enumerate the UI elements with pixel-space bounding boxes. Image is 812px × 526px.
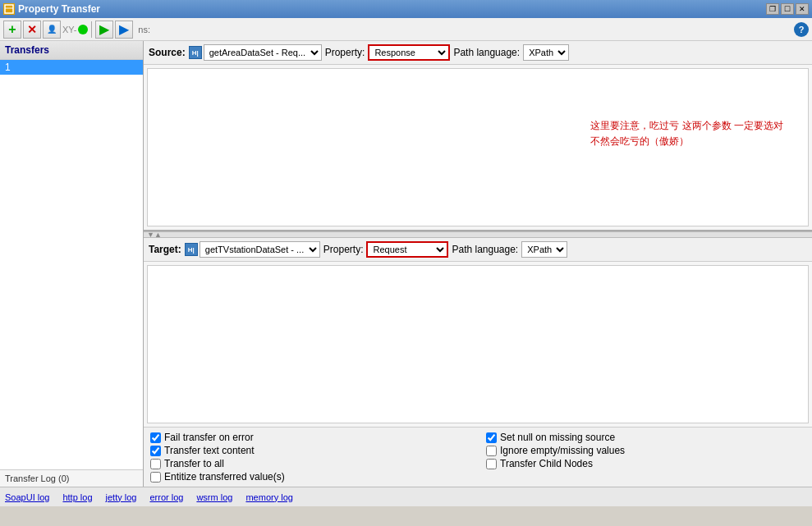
source-datasource-select[interactable]: getAreaDataSet - Req... <box>204 44 322 61</box>
source-label: Source: <box>149 47 186 58</box>
main-layout: Transfers 1 Transfer Log (0) Source: H| … <box>0 41 812 487</box>
status-indicator <box>78 25 88 34</box>
resize-handle[interactable]: ▼▲ <box>144 231 812 238</box>
target-content-area <box>147 265 809 423</box>
path-lang-label-source: Path language: <box>453 47 520 58</box>
entitize-label: Entitize transferred value(s) <box>164 471 285 483</box>
maximize-button[interactable]: ☐ <box>781 3 794 15</box>
bottom-tabs: SoapUI log http log jetty log error log … <box>0 487 812 506</box>
transfer-all-checkbox[interactable] <box>150 459 161 469</box>
source-property-select[interactable]: Response <box>368 44 450 61</box>
checkbox-transfer-text: Transfer text content <box>150 444 470 457</box>
source-bar: Source: H| getAreaDataSet - Req... Prope… <box>144 41 812 65</box>
right-panel: Source: H| getAreaDataSet - Req... Prope… <box>144 41 812 487</box>
tab-error-log[interactable]: error log <box>149 492 183 502</box>
transfers-header: Transfers <box>0 41 143 60</box>
source-ds-wrapper: H| getAreaDataSet - Req... <box>189 44 322 61</box>
toolbar: + ✕ 👤 XY- ▶ ▶ ns: ? <box>0 18 812 41</box>
source-section: Source: H| getAreaDataSet - Req... Prope… <box>144 41 812 231</box>
close-button[interactable]: ✕ <box>796 3 809 15</box>
checkbox-transfer-child: Transfer Child Nodes <box>486 457 805 470</box>
property-label-source: Property: <box>325 47 365 58</box>
source-content-area: 这里要注意，吃过亏 这两个参数 一定要选对 不然会吃亏的（傲娇） <box>147 68 809 226</box>
remove-button[interactable]: ✕ <box>23 21 41 39</box>
tab-soapui-log[interactable]: SoapUI log <box>5 492 49 502</box>
annotation-text: 这里要注意，吃过亏 这两个参数 一定要选对 不然会吃亏的（傲娇） <box>590 118 783 149</box>
ignore-empty-label: Ignore empty/missing values <box>500 445 625 456</box>
title-bar: Property Transfer ❐ ☐ ✕ <box>0 0 812 18</box>
entitize-checkbox[interactable] <box>150 472 161 483</box>
checkbox-ignore-empty: Ignore empty/missing values <box>486 444 805 457</box>
transfer-log: Transfer Log (0) <box>0 469 143 487</box>
source-ds-icon: H| <box>189 46 202 59</box>
svg-rect-0 <box>5 5 13 13</box>
left-panel: Transfers 1 Transfer Log (0) <box>0 41 144 487</box>
restore-button[interactable]: ❐ <box>766 3 779 15</box>
transfer-text-checkbox[interactable] <box>150 446 161 456</box>
target-label: Target: <box>149 244 181 255</box>
target-ds-icon: H| <box>185 243 198 256</box>
set-null-checkbox[interactable] <box>486 432 497 443</box>
tab-wsrm-log[interactable]: wsrm log <box>196 492 232 502</box>
checkbox-set-null: Set null on missing source <box>486 431 805 444</box>
source-path-lang-select[interactable]: XPath <box>523 44 569 61</box>
step-button[interactable]: ▶ <box>115 21 133 39</box>
app-icon <box>3 3 15 15</box>
fail-transfer-checkbox[interactable] <box>150 432 161 443</box>
options-left: Fail transfer on error Transfer text con… <box>150 431 470 483</box>
target-path-lang-select[interactable]: XPath <box>521 241 567 258</box>
path-lang-label-target: Path language: <box>452 244 518 255</box>
transfer-item-1[interactable]: 1 <box>0 60 143 75</box>
options-right: Set null on missing source Ignore empty/… <box>486 431 805 483</box>
help-button[interactable]: ? <box>794 22 809 37</box>
ns-label: ns: <box>138 25 150 34</box>
set-null-label: Set null on missing source <box>500 432 615 443</box>
ignore-empty-checkbox[interactable] <box>486 446 497 456</box>
fail-transfer-label: Fail transfer on error <box>164 432 254 443</box>
tab-jetty-log[interactable]: jetty log <box>106 492 137 502</box>
target-ds-wrapper: H| getTVstationDataSet - ... <box>185 241 320 258</box>
target-section: Target: H| getTVstationDataSet - ... Pro… <box>144 238 812 427</box>
transfer-text-label: Transfer text content <box>164 445 255 456</box>
checkbox-fail-transfer: Fail transfer on error <box>150 431 470 444</box>
window-title: Property Transfer <box>18 3 100 15</box>
checkbox-entitize: Entitize transferred value(s) <box>150 470 470 483</box>
xy-label: XY- <box>62 25 76 34</box>
property-label-target: Property: <box>323 244 364 255</box>
target-bar: Target: H| getTVstationDataSet - ... Pro… <box>144 238 812 262</box>
tab-memory-log[interactable]: memory log <box>245 492 292 502</box>
transfers-list: 1 <box>0 60 143 469</box>
separator-1 <box>91 21 92 38</box>
rename-button[interactable]: 👤 <box>43 21 61 39</box>
transfer-child-label: Transfer Child Nodes <box>500 458 593 469</box>
checkbox-transfer-all: Transfer to all <box>150 457 470 470</box>
title-bar-left: Property Transfer <box>3 3 100 15</box>
options-section: Fail transfer on error Transfer text con… <box>144 427 812 487</box>
window-controls: ❐ ☐ ✕ <box>766 3 809 15</box>
target-property-select[interactable]: Request <box>366 241 448 258</box>
transfer-all-label: Transfer to all <box>164 458 224 469</box>
tab-http-log[interactable]: http log <box>62 492 92 502</box>
run-button[interactable]: ▶ <box>95 21 113 39</box>
transfer-child-checkbox[interactable] <box>486 459 497 469</box>
add-button[interactable]: + <box>3 21 21 39</box>
target-datasource-select[interactable]: getTVstationDataSet - ... <box>200 241 320 258</box>
